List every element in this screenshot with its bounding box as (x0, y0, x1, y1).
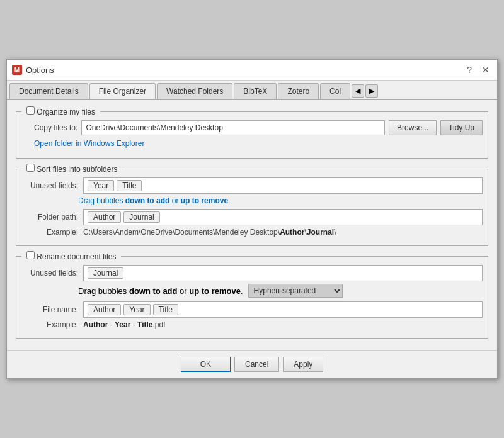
help-button[interactable]: ? (464, 64, 474, 76)
filename-bubble-year[interactable]: Year (123, 304, 150, 315)
rename-unused-label: Unused fields: (21, 269, 78, 278)
filename-bubble-title[interactable]: Title (153, 304, 178, 315)
title-bar: M Options ? ✕ (7, 60, 497, 81)
tab-content: Organize my files Copy files to: Browse.… (7, 100, 497, 350)
ok-button[interactable]: OK (181, 357, 231, 372)
rename-unused-bubble-journal[interactable]: Journal (88, 267, 123, 279)
sort-unused-area[interactable]: Year Title (83, 177, 483, 194)
rename-section: Rename document files Unused fields: Jou… (16, 251, 488, 339)
organize-label[interactable]: Organize my files (24, 108, 98, 116)
filename-label: File name: (21, 305, 78, 314)
rename-drag-row: Drag bubbles down to add or up to remove… (78, 284, 483, 298)
filename-row: File name: Author Year Title (21, 301, 483, 318)
rename-example-author: Author (83, 320, 108, 329)
cancel-button[interactable]: Cancel (234, 357, 279, 372)
sort-example-label: Example: (21, 228, 78, 237)
tab-watched-folders[interactable]: Watched Folders (157, 83, 232, 99)
rename-example-path: Author - Year - Title.pdf (83, 320, 166, 329)
title-bar-controls: ? ✕ (464, 64, 492, 76)
rename-example-year: Year (115, 320, 130, 329)
tab-document-details[interactable]: Document Details (9, 83, 88, 99)
rename-unused-row: Unused fields: Journal (21, 265, 483, 281)
browse-button[interactable]: Browse... (389, 120, 437, 135)
bottom-bar: OK Cancel Apply (7, 350, 497, 378)
rename-drag-hint: Drag bubbles down to add or up to remove… (78, 286, 243, 296)
sort-unused-bubble-year[interactable]: Year (88, 180, 114, 191)
separator-select[interactable]: Hyphen-separated Underscore-separated Sp… (248, 284, 343, 298)
tab-zotero[interactable]: Zotero (278, 83, 319, 99)
options-window: M Options ? ✕ Document Details File Orga… (6, 59, 498, 379)
drag-down-text: down to add (125, 196, 170, 205)
organize-section: Organize my files Copy files to: Browse.… (16, 106, 488, 159)
apply-button[interactable]: Apply (283, 357, 323, 372)
organize-checkbox[interactable] (26, 106, 35, 115)
organize-legend: Organize my files (21, 106, 100, 116)
open-folder-link[interactable]: Open folder in Windows Explorer (34, 139, 483, 148)
folder-path-area[interactable]: Author Journal (83, 209, 483, 225)
rename-example-label: Example: (21, 320, 78, 329)
copy-row: Copy files to: Browse... Tidy Up (34, 120, 483, 135)
close-button[interactable]: ✕ (479, 64, 492, 76)
sort-checkbox[interactable] (26, 164, 35, 172)
copy-path-input[interactable] (81, 120, 385, 135)
rename-example-row: Example: Author - Year - Title.pdf (21, 320, 483, 329)
rename-label[interactable]: Rename document files (24, 252, 118, 261)
rename-checkbox[interactable] (26, 251, 35, 259)
rename-drag-up: up to remove (189, 286, 241, 296)
title-bar-left: M Options (12, 65, 54, 75)
example-author: Author (280, 228, 304, 237)
filename-area[interactable]: Author Year Title (83, 301, 483, 318)
tab-scroll-right[interactable]: ▶ (365, 84, 378, 98)
folder-bubble-journal[interactable]: Journal (123, 211, 159, 223)
sort-legend: Sort files into subfolders (21, 164, 122, 174)
tab-bibtex[interactable]: BibTeX (234, 83, 277, 99)
sort-drag-hint: Drag bubbles down to add or up to remove… (78, 196, 483, 205)
tab-file-organizer[interactable]: File Organizer (89, 83, 156, 100)
example-journal: Journal (307, 228, 334, 237)
rename-example-title: Title (137, 320, 152, 329)
rename-legend: Rename document files (21, 251, 121, 261)
app-icon: M (12, 65, 22, 75)
rename-unused-area[interactable]: Journal (83, 265, 483, 281)
tab-scroll-left[interactable]: ◀ (352, 84, 364, 98)
sort-section: Sort files into subfolders Unused fields… (16, 164, 488, 246)
drag-up-text: up to remove (181, 196, 228, 205)
copy-label: Copy files to: (34, 123, 77, 132)
sort-label[interactable]: Sort files into subfolders (24, 165, 120, 174)
window-title: Options (26, 65, 54, 75)
folder-bubble-author[interactable]: Author (88, 211, 121, 223)
folder-path-row: Folder path: Author Journal (21, 209, 483, 225)
tidy-up-button[interactable]: Tidy Up (440, 120, 483, 135)
tab-col[interactable]: Col (320, 83, 350, 99)
sort-example-row: Example: C:\Users\Andem\OneDrive\Documen… (21, 228, 483, 237)
sort-example-path: C:\Users\Andem\OneDrive\Documents\Mendel… (83, 228, 336, 237)
sort-unused-row: Unused fields: Year Title (21, 177, 483, 194)
folder-path-label: Folder path: (21, 213, 78, 222)
sort-unused-bubble-title[interactable]: Title (117, 180, 142, 191)
tab-bar: Document Details File Organizer Watched … (7, 81, 497, 100)
rename-drag-down: down to add (129, 286, 178, 296)
sort-unused-label: Unused fields: (21, 181, 78, 190)
filename-bubble-author[interactable]: Author (88, 304, 121, 315)
